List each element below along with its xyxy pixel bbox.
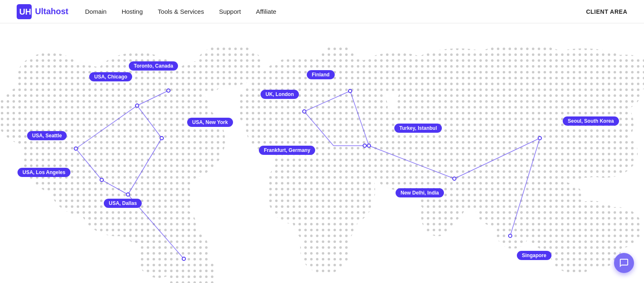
location-dot-frankfurt xyxy=(363,144,367,148)
location-label-seattle[interactable]: USA, Seattle xyxy=(27,131,67,140)
location-dot-toronto xyxy=(166,88,170,93)
logo-text: Ultahost xyxy=(35,7,68,16)
nav-link-hosting[interactable]: Hosting xyxy=(122,8,143,15)
location-label-istanbul[interactable]: Turkey, Istanbul xyxy=(394,124,442,133)
nav-link-tools[interactable]: Tools & Services xyxy=(158,8,204,15)
chat-button[interactable] xyxy=(614,253,634,273)
world-map-section: Toronto, CanadaUSA, ChicagoUSA, New York… xyxy=(0,23,644,283)
nav-item-tools[interactable]: Tools & Services xyxy=(158,8,204,15)
location-dot-seattle xyxy=(74,147,78,151)
location-dot-delhi xyxy=(452,177,456,181)
nav-link-support[interactable]: Support xyxy=(219,8,241,15)
location-label-finland[interactable]: Finland xyxy=(307,70,335,79)
nav-item-affiliate[interactable]: Affiliate xyxy=(256,8,276,15)
location-dot-singapore xyxy=(508,234,512,238)
location-dot-new_york xyxy=(160,136,164,140)
location-label-frankfurt[interactable]: Frankfurt, Germany xyxy=(259,146,315,155)
location-dot-istanbul xyxy=(367,144,371,148)
chat-icon xyxy=(619,258,629,268)
location-dot-chicago xyxy=(135,104,139,108)
location-label-seoul[interactable]: Seoul, South Korea xyxy=(563,116,619,126)
location-dot-seoul xyxy=(538,136,542,140)
nav-links: Domain Hosting Tools & Services Support … xyxy=(85,8,586,15)
navbar: UH Ultahost Domain Hosting Tools & Servi… xyxy=(0,0,644,23)
nav-link-domain[interactable]: Domain xyxy=(85,8,107,15)
svg-text:UH: UH xyxy=(19,7,31,16)
location-dot-los_angeles xyxy=(100,178,104,182)
location-label-delhi[interactable]: New Delhi, India xyxy=(396,188,444,197)
location-dot-brazil xyxy=(182,257,186,261)
nav-link-affiliate[interactable]: Affiliate xyxy=(256,8,276,15)
location-label-chicago[interactable]: USA, Chicago xyxy=(89,72,132,81)
location-label-dallas[interactable]: USA, Dallas xyxy=(104,199,142,208)
location-label-toronto[interactable]: Toronto, Canada xyxy=(129,61,178,71)
location-dot-london xyxy=(302,109,306,114)
location-label-london[interactable]: UK, London xyxy=(261,90,299,99)
nav-item-domain[interactable]: Domain xyxy=(85,8,107,15)
svg-rect-95 xyxy=(0,23,644,283)
nav-item-support[interactable]: Support xyxy=(219,8,241,15)
logo-icon: UH xyxy=(17,4,32,19)
location-dot-finland xyxy=(348,89,352,93)
nav-item-hosting[interactable]: Hosting xyxy=(122,8,143,15)
world-map-background xyxy=(0,23,644,283)
location-label-new_york[interactable]: USA, New York xyxy=(187,118,233,127)
location-label-singapore[interactable]: Singapore xyxy=(517,251,551,260)
logo-link[interactable]: UH Ultahost xyxy=(17,4,68,19)
client-area-button[interactable]: CLIENT AREA xyxy=(586,8,627,15)
location-label-los_angeles[interactable]: USA, Los Angeles xyxy=(18,168,70,177)
location-dot-dallas xyxy=(126,192,130,197)
